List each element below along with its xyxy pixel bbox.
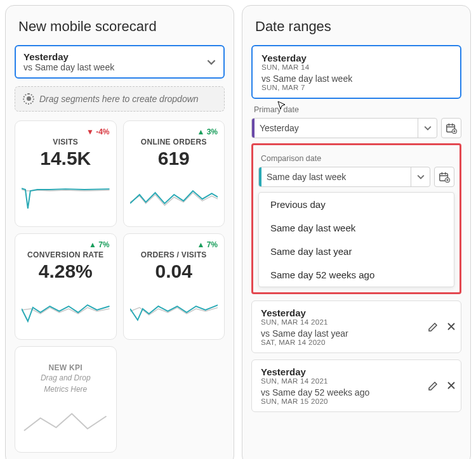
close-icon[interactable] xyxy=(447,381,456,391)
sparkline xyxy=(22,282,110,335)
comparison-date-label: Comparison date xyxy=(261,154,454,163)
cursor-icon xyxy=(277,100,287,110)
edit-icon[interactable] xyxy=(428,322,438,332)
segment-icon xyxy=(23,93,34,105)
comparison-highlight: Comparison date Same day last week Previ… xyxy=(251,143,461,294)
placeholder-spark xyxy=(22,394,110,448)
kpi-card-orders-visits[interactable]: ▲ 7% ORDERS / VISITS 0.04 xyxy=(123,233,225,340)
delta: ▲ 7% xyxy=(89,240,110,249)
edit-icon[interactable] xyxy=(428,381,438,391)
chevron-down-icon xyxy=(411,167,430,186)
close-icon[interactable] xyxy=(447,322,456,332)
primary-date-row: Yesterday xyxy=(251,118,461,138)
dropdown-option[interactable]: Same day 52 weeks ago xyxy=(259,263,454,287)
dropdown-option[interactable]: Previous day xyxy=(259,193,454,216)
calendar-add-button[interactable] xyxy=(434,167,454,187)
sparkline xyxy=(22,169,110,223)
comparison-date-select[interactable]: Same day last week xyxy=(258,167,430,187)
chevron-down-icon xyxy=(418,119,437,138)
chevron-down-icon xyxy=(207,58,216,67)
scorecard-panel: New mobile scorecard Yesterday vs Same d… xyxy=(5,5,234,459)
scorecard-date-picker[interactable]: Yesterday vs Same day last week xyxy=(15,45,225,79)
picker-line1: Yesterday xyxy=(23,51,114,62)
delta: ▲ 7% xyxy=(197,240,218,249)
kpi-card-visits[interactable]: ▼ -4% VISITS 14.5K xyxy=(15,120,117,227)
kpi-grid: ▼ -4% VISITS 14.5K ▲ 3% ONLINE ORDERS 61… xyxy=(15,120,225,453)
date-card[interactable]: Yesterday SUN, MAR 14 2021 vs Same day l… xyxy=(251,301,461,353)
delta: ▲ 3% xyxy=(197,127,218,136)
kpi-card-orders[interactable]: ▲ 3% ONLINE ORDERS 619 xyxy=(123,120,225,227)
kpi-card-conversion[interactable]: ▲ 7% CONVERSION RATE 4.28% xyxy=(15,233,117,340)
calendar-add-button[interactable] xyxy=(441,118,461,138)
segments-dropzone[interactable]: Drag segments here to create dropdown xyxy=(15,86,225,112)
comparison-dropdown-menu: Previous day Same day last week Same day… xyxy=(258,192,454,287)
comparison-date-row: Same day last week xyxy=(258,167,454,187)
sparkline xyxy=(130,169,218,223)
scorecard-title: New mobile scorecard xyxy=(18,18,225,35)
date-ranges-panel: Date ranges Yesterday SUN, MAR 14 vs Sam… xyxy=(242,5,471,459)
picker-line2: vs Same day last week xyxy=(23,62,114,72)
kpi-card-placeholder[interactable]: NEW KPI Drag and Drop Metrics Here xyxy=(15,346,117,453)
date-ranges-title: Date ranges xyxy=(255,18,461,35)
dropdown-option[interactable]: Same day last year xyxy=(259,240,454,263)
date-card-active[interactable]: Yesterday SUN, MAR 14 vs Same day last w… xyxy=(251,45,461,99)
delta: ▼ -4% xyxy=(86,127,110,136)
dropdown-option[interactable]: Same day last week xyxy=(259,216,454,240)
primary-date-select[interactable]: Yesterday xyxy=(251,118,437,138)
date-card[interactable]: Yesterday SUN, MAR 14 2021 vs Same day 5… xyxy=(251,359,461,412)
sparkline xyxy=(130,282,218,335)
